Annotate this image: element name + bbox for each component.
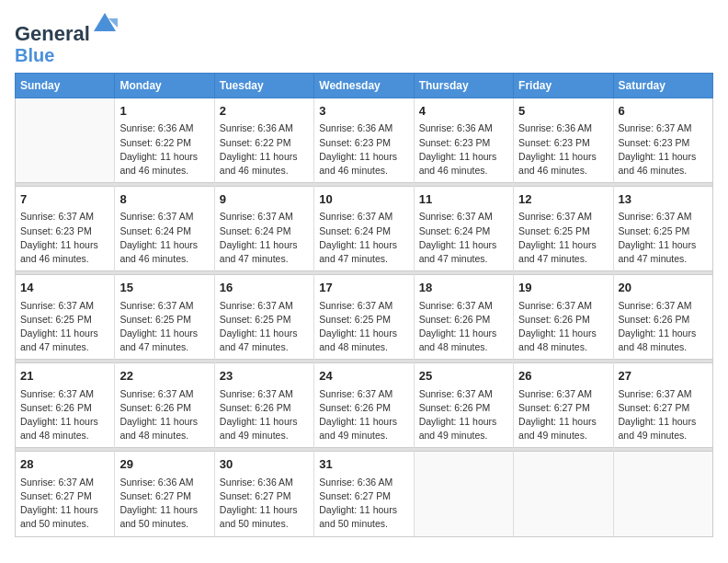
day-info: Sunrise: 6:37 AM Sunset: 6:26 PM Dayligh… bbox=[518, 299, 608, 355]
day-info: Sunrise: 6:37 AM Sunset: 6:27 PM Dayligh… bbox=[518, 387, 608, 443]
calendar-cell: 20Sunrise: 6:37 AM Sunset: 6:26 PM Dayli… bbox=[613, 275, 712, 360]
calendar-cell: 19Sunrise: 6:37 AM Sunset: 6:26 PM Dayli… bbox=[514, 275, 613, 360]
day-number: 27 bbox=[619, 368, 708, 385]
calendar-cell: 7Sunrise: 6:37 AM Sunset: 6:23 PM Daylig… bbox=[16, 187, 115, 271]
day-info: Sunrise: 6:36 AM Sunset: 6:23 PM Dayligh… bbox=[319, 121, 408, 178]
calendar-week-row: 14Sunrise: 6:37 AM Sunset: 6:25 PM Dayli… bbox=[16, 275, 713, 360]
day-number: 11 bbox=[419, 191, 508, 208]
column-header-wednesday: Wednesday bbox=[314, 74, 414, 98]
day-number: 18 bbox=[419, 280, 508, 296]
day-info: Sunrise: 6:37 AM Sunset: 6:23 PM Dayligh… bbox=[20, 210, 109, 266]
day-number: 22 bbox=[119, 368, 209, 385]
day-info: Sunrise: 6:37 AM Sunset: 6:26 PM Dayligh… bbox=[619, 299, 708, 355]
column-header-thursday: Thursday bbox=[414, 74, 513, 98]
day-info: Sunrise: 6:37 AM Sunset: 6:25 PM Dayligh… bbox=[119, 299, 209, 355]
day-info: Sunrise: 6:37 AM Sunset: 6:24 PM Dayligh… bbox=[119, 210, 209, 266]
day-number: 13 bbox=[619, 191, 708, 208]
day-number: 25 bbox=[419, 368, 508, 385]
day-number: 8 bbox=[119, 191, 209, 208]
column-header-saturday: Saturday bbox=[613, 74, 712, 98]
day-number: 6 bbox=[619, 103, 708, 120]
calendar-body: 1Sunrise: 6:36 AM Sunset: 6:22 PM Daylig… bbox=[16, 98, 713, 536]
calendar-cell: 18Sunrise: 6:37 AM Sunset: 6:26 PM Dayli… bbox=[414, 275, 513, 360]
calendar-cell: 28Sunrise: 6:37 AM Sunset: 6:27 PM Dayli… bbox=[16, 452, 115, 536]
calendar-table: SundayMondayTuesdayWednesdayThursdayFrid… bbox=[15, 73, 713, 536]
day-info: Sunrise: 6:37 AM Sunset: 6:24 PM Dayligh… bbox=[419, 210, 508, 266]
calendar-cell: 14Sunrise: 6:37 AM Sunset: 6:25 PM Dayli… bbox=[16, 275, 115, 360]
day-info: Sunrise: 6:36 AM Sunset: 6:23 PM Dayligh… bbox=[518, 121, 608, 178]
day-number: 29 bbox=[119, 456, 209, 473]
day-number: 16 bbox=[220, 280, 309, 296]
day-number: 7 bbox=[20, 191, 109, 208]
calendar-cell: 31Sunrise: 6:36 AM Sunset: 6:27 PM Dayli… bbox=[314, 452, 414, 536]
day-number: 12 bbox=[518, 191, 608, 208]
logo: General Blue bbox=[15, 15, 118, 65]
day-info: Sunrise: 6:37 AM Sunset: 6:24 PM Dayligh… bbox=[319, 210, 408, 266]
day-number: 31 bbox=[319, 456, 408, 473]
day-number: 14 bbox=[20, 280, 109, 296]
calendar-cell: 11Sunrise: 6:37 AM Sunset: 6:24 PM Dayli… bbox=[414, 187, 513, 271]
calendar-week-row: 7Sunrise: 6:37 AM Sunset: 6:23 PM Daylig… bbox=[16, 187, 713, 271]
day-info: Sunrise: 6:37 AM Sunset: 6:25 PM Dayligh… bbox=[220, 299, 309, 355]
day-info: Sunrise: 6:37 AM Sunset: 6:26 PM Dayligh… bbox=[119, 387, 209, 443]
day-number: 3 bbox=[319, 103, 408, 120]
calendar-cell: 22Sunrise: 6:37 AM Sunset: 6:26 PM Dayli… bbox=[115, 363, 214, 448]
column-header-monday: Monday bbox=[115, 74, 214, 98]
day-number: 30 bbox=[220, 456, 309, 473]
logo-blue-text: Blue bbox=[15, 45, 118, 65]
day-number: 5 bbox=[518, 103, 608, 120]
day-number: 15 bbox=[119, 280, 209, 296]
day-info: Sunrise: 6:37 AM Sunset: 6:26 PM Dayligh… bbox=[20, 387, 109, 443]
day-info: Sunrise: 6:37 AM Sunset: 6:27 PM Dayligh… bbox=[619, 387, 708, 443]
calendar-cell: 23Sunrise: 6:37 AM Sunset: 6:26 PM Dayli… bbox=[214, 363, 313, 448]
column-header-sunday: Sunday bbox=[16, 74, 115, 98]
calendar-cell: 25Sunrise: 6:37 AM Sunset: 6:26 PM Dayli… bbox=[414, 363, 513, 448]
calendar-cell: 12Sunrise: 6:37 AM Sunset: 6:25 PM Dayli… bbox=[514, 187, 613, 271]
day-number: 17 bbox=[319, 280, 408, 296]
day-info: Sunrise: 6:37 AM Sunset: 6:26 PM Dayligh… bbox=[319, 387, 408, 443]
day-number: 26 bbox=[518, 368, 608, 385]
day-info: Sunrise: 6:37 AM Sunset: 6:26 PM Dayligh… bbox=[419, 299, 508, 355]
day-info: Sunrise: 6:37 AM Sunset: 6:27 PM Dayligh… bbox=[20, 476, 109, 532]
day-info: Sunrise: 6:36 AM Sunset: 6:22 PM Dayligh… bbox=[119, 121, 209, 178]
day-info: Sunrise: 6:36 AM Sunset: 6:22 PM Dayligh… bbox=[220, 121, 309, 178]
calendar-cell: 6Sunrise: 6:37 AM Sunset: 6:23 PM Daylig… bbox=[613, 98, 712, 183]
calendar-header-row: SundayMondayTuesdayWednesdayThursdayFrid… bbox=[16, 74, 713, 98]
day-info: Sunrise: 6:37 AM Sunset: 6:25 PM Dayligh… bbox=[619, 210, 708, 266]
calendar-cell: 26Sunrise: 6:37 AM Sunset: 6:27 PM Dayli… bbox=[514, 363, 613, 448]
calendar-cell: 30Sunrise: 6:36 AM Sunset: 6:27 PM Dayli… bbox=[214, 452, 313, 536]
calendar-cell bbox=[613, 452, 712, 536]
calendar-cell: 24Sunrise: 6:37 AM Sunset: 6:26 PM Dayli… bbox=[314, 363, 414, 448]
day-number: 28 bbox=[20, 456, 109, 473]
logo-text: General bbox=[15, 15, 118, 45]
calendar-cell: 1Sunrise: 6:36 AM Sunset: 6:22 PM Daylig… bbox=[115, 98, 214, 183]
day-info: Sunrise: 6:37 AM Sunset: 6:24 PM Dayligh… bbox=[220, 210, 309, 266]
day-info: Sunrise: 6:37 AM Sunset: 6:26 PM Dayligh… bbox=[419, 387, 508, 443]
day-info: Sunrise: 6:37 AM Sunset: 6:23 PM Dayligh… bbox=[619, 121, 708, 178]
calendar-cell bbox=[16, 98, 115, 183]
logo-icon bbox=[92, 11, 118, 37]
calendar-week-row: 28Sunrise: 6:37 AM Sunset: 6:27 PM Dayli… bbox=[16, 452, 713, 536]
calendar-cell: 29Sunrise: 6:36 AM Sunset: 6:27 PM Dayli… bbox=[115, 452, 214, 536]
day-info: Sunrise: 6:37 AM Sunset: 6:26 PM Dayligh… bbox=[220, 387, 309, 443]
page-header: General Blue bbox=[15, 15, 713, 65]
column-header-tuesday: Tuesday bbox=[214, 74, 313, 98]
day-number: 1 bbox=[119, 103, 209, 120]
day-number: 24 bbox=[319, 368, 408, 385]
calendar-cell: 17Sunrise: 6:37 AM Sunset: 6:25 PM Dayli… bbox=[314, 275, 414, 360]
calendar-cell: 21Sunrise: 6:37 AM Sunset: 6:26 PM Dayli… bbox=[16, 363, 115, 448]
calendar-cell: 15Sunrise: 6:37 AM Sunset: 6:25 PM Dayli… bbox=[115, 275, 214, 360]
day-number: 9 bbox=[220, 191, 309, 208]
day-info: Sunrise: 6:36 AM Sunset: 6:27 PM Dayligh… bbox=[220, 476, 309, 532]
calendar-cell: 10Sunrise: 6:37 AM Sunset: 6:24 PM Dayli… bbox=[314, 187, 414, 271]
day-info: Sunrise: 6:37 AM Sunset: 6:25 PM Dayligh… bbox=[20, 299, 109, 355]
day-number: 20 bbox=[619, 280, 708, 296]
calendar-cell: 16Sunrise: 6:37 AM Sunset: 6:25 PM Dayli… bbox=[214, 275, 313, 360]
calendar-cell bbox=[414, 452, 513, 536]
calendar-cell: 13Sunrise: 6:37 AM Sunset: 6:25 PM Dayli… bbox=[613, 187, 712, 271]
day-number: 10 bbox=[319, 191, 408, 208]
calendar-cell: 9Sunrise: 6:37 AM Sunset: 6:24 PM Daylig… bbox=[214, 187, 313, 271]
calendar-cell: 2Sunrise: 6:36 AM Sunset: 6:22 PM Daylig… bbox=[214, 98, 313, 183]
calendar-cell: 3Sunrise: 6:36 AM Sunset: 6:23 PM Daylig… bbox=[314, 98, 414, 183]
day-info: Sunrise: 6:37 AM Sunset: 6:25 PM Dayligh… bbox=[319, 299, 408, 355]
